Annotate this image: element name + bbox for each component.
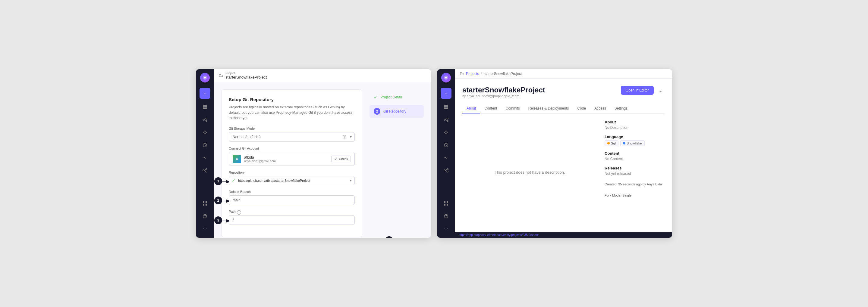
tab-code[interactable]: Code	[573, 104, 590, 113]
path-input[interactable]	[229, 215, 355, 225]
language-section-title: Language	[604, 135, 665, 139]
releases-section-value: Not yet released	[604, 172, 665, 176]
svg-marker-36	[444, 131, 448, 134]
clock-icon[interactable]	[199, 140, 210, 150]
add-button[interactable]: +	[199, 88, 210, 99]
svg-rect-1	[203, 105, 205, 107]
tab-settings[interactable]: Settings	[610, 104, 632, 113]
left-topbar: Project starterSnowflakeProject	[214, 69, 431, 82]
git-storage-select[interactable]: Normal (no forks)	[229, 132, 355, 142]
sql-dot	[607, 142, 610, 144]
repository-group: 1 Repository ✓ ▾	[229, 171, 355, 185]
svg-rect-28	[446, 105, 448, 107]
right-question-icon[interactable]	[441, 211, 452, 221]
repository-input-wrapper: ✓ ▾	[229, 176, 355, 185]
tag-sql: Sql	[604, 140, 618, 146]
language-section: Language Sql Snowflake	[604, 135, 665, 146]
step-1-label: Project Detail	[380, 95, 402, 99]
status-url: https://app.prophecy.io/metadata/entity/…	[459, 233, 538, 237]
repo-dropdown-icon: ▾	[350, 178, 352, 183]
svg-rect-39	[447, 169, 448, 170]
snowflake-dot	[623, 142, 625, 144]
default-branch-input[interactable]	[229, 195, 355, 205]
open-editor-button[interactable]: Open in Editor	[621, 86, 654, 95]
right-nodes-icon[interactable]	[441, 165, 452, 176]
step-2-label: Git Repository	[383, 109, 406, 113]
svg-line-15	[204, 169, 206, 170]
diamond-icon[interactable]	[199, 127, 210, 138]
unlink-label: Unlink	[339, 157, 348, 161]
svg-rect-44	[447, 201, 448, 203]
about-section-value: No Description	[604, 126, 665, 130]
right-app-logo	[441, 73, 451, 82]
created-section: Created: 35 seconds ago by Anya Bida	[604, 180, 665, 187]
project-author: by anya+sql+snow@prophecy.io_team	[462, 94, 545, 98]
annotation-1: 1	[214, 177, 222, 185]
svg-marker-10	[203, 131, 207, 134]
content-section: Content No Content	[604, 151, 665, 161]
repository-input[interactable]	[229, 176, 355, 185]
right-topbar: Projects / starterSnowflakeProject	[455, 69, 672, 78]
git-avatar: A	[233, 155, 241, 163]
grid-icon[interactable]	[199, 198, 210, 209]
svg-rect-12	[203, 170, 204, 171]
annotation-3: 3	[214, 216, 222, 224]
svg-rect-27	[444, 105, 446, 107]
dialog-area: Setup Git Repository Projects are typica…	[214, 82, 431, 238]
wave-icon[interactable]	[199, 152, 210, 163]
svg-rect-4	[205, 107, 207, 109]
breadcrumb-project-name: starterSnowflakeProject	[484, 72, 522, 76]
arrow-3	[222, 219, 229, 223]
repo-check-icon: ✓	[232, 178, 236, 183]
svg-point-5	[203, 119, 204, 121]
about-section: About No Description	[604, 120, 665, 130]
connect-git-label: Connect Git Account	[229, 146, 355, 150]
about-section-title: About	[604, 120, 665, 124]
right-add-button[interactable]: +	[441, 88, 452, 99]
annotation-2: 2	[214, 197, 222, 204]
git-storage-group: Git Storage Model ⓘ Normal (no forks)	[229, 127, 355, 142]
default-branch-group: 2 Default Branch	[229, 190, 355, 205]
question-icon[interactable]	[199, 211, 210, 221]
nodes-icon[interactable]	[199, 165, 210, 176]
right-more-dots-icon[interactable]: ···	[441, 223, 452, 234]
right-wave-icon[interactable]	[441, 152, 452, 163]
unlink-button[interactable]: Unlink	[331, 156, 351, 162]
tab-about[interactable]: About	[462, 104, 480, 113]
more-dots-icon[interactable]: ···	[199, 223, 210, 234]
svg-rect-20	[206, 204, 207, 206]
projects-icon[interactable]	[199, 102, 210, 112]
breadcrumb-projects[interactable]: Projects	[466, 72, 479, 76]
tab-content[interactable]: Content	[480, 104, 501, 113]
svg-point-33	[447, 121, 448, 122]
svg-rect-45	[444, 204, 445, 206]
git-account-email: anya.bida1@gmail.com	[244, 160, 328, 163]
more-options-button[interactable]: ...	[656, 87, 665, 94]
right-projects-icon[interactable]	[441, 102, 452, 112]
step-2: 2 Git Repository	[370, 105, 424, 118]
right-graph-icon[interactable]	[441, 114, 452, 125]
sql-label: Sql	[611, 141, 616, 145]
graph-icon[interactable]	[199, 114, 210, 125]
setup-git-form: Setup Git Repository Projects are typica…	[221, 90, 362, 237]
svg-point-31	[444, 119, 445, 121]
releases-section-title: Releases	[604, 166, 665, 170]
language-tags: Sql Snowflake	[604, 140, 665, 146]
right-clock-icon[interactable]	[441, 140, 452, 150]
project-name-topbar: starterSnowflakeProject	[225, 75, 267, 79]
tab-access[interactable]: Access	[590, 104, 610, 113]
path-label: Path	[229, 210, 236, 213]
project-body: This project does not have a description…	[462, 120, 665, 225]
right-grid-icon[interactable]	[441, 198, 452, 209]
app-logo	[200, 73, 210, 82]
svg-point-6	[206, 118, 207, 119]
project-title: starterSnowflakeProject	[462, 86, 545, 94]
git-account-info: atbida anya.bida1@gmail.com	[244, 155, 328, 163]
created-text: Created: 35 seconds ago by Anya Bida	[604, 182, 665, 187]
arrow-2	[222, 200, 229, 203]
svg-line-9	[204, 120, 206, 121]
tab-releases[interactable]: Releases & Deployments	[524, 104, 573, 113]
tab-commits[interactable]: Commits	[501, 104, 524, 113]
right-diamond-icon[interactable]	[441, 127, 452, 138]
no-description-text: This project does not have a description…	[495, 170, 565, 175]
